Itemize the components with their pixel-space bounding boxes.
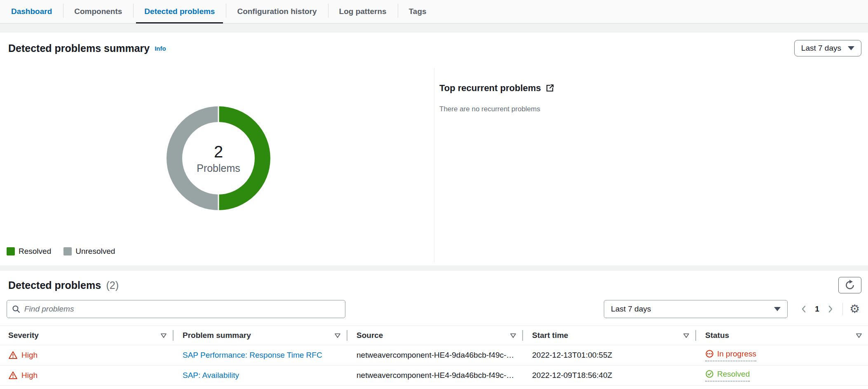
table-time-range-label: Last 7 days xyxy=(611,305,651,314)
unresolved-swatch-icon xyxy=(63,247,72,255)
column-header-start-time[interactable]: Start time xyxy=(522,326,695,345)
tab-log-patterns[interactable]: Log patterns xyxy=(328,0,398,23)
detected-problems-summary-panel: Detected problems summaryInfo Last 7 day… xyxy=(0,33,868,265)
source-cell: netweavercomponent-HE4-9da46bcb-f49c-… xyxy=(347,345,522,366)
donut-svg xyxy=(161,101,276,216)
column-label: Start time xyxy=(532,331,568,340)
severity-label: High xyxy=(21,351,38,360)
legend-resolved-label: Resolved xyxy=(19,247,51,256)
problems-donut-chart: 2 Problems xyxy=(161,101,276,216)
pagination-page-1[interactable]: 1 xyxy=(811,305,823,314)
problem-summary-link[interactable]: SAP Performance: Response Time RFC xyxy=(183,351,322,359)
legend-item-resolved[interactable]: Resolved xyxy=(7,247,51,256)
refresh-button[interactable] xyxy=(838,277,861,293)
tab-bar: Dashboard Components Detected problems C… xyxy=(0,0,868,23)
pagination-prev-button[interactable] xyxy=(797,305,811,314)
find-problems-search[interactable] xyxy=(7,300,345,318)
tab-dashboard[interactable]: Dashboard xyxy=(0,0,63,23)
column-label: Status xyxy=(705,331,729,340)
severity-label: High xyxy=(21,371,38,380)
in-progress-icon xyxy=(705,349,714,358)
table-row: High SAP Performance: Response Time RFC … xyxy=(0,345,868,366)
filter-icon[interactable] xyxy=(510,333,516,338)
top-recurrent-problems-section: Top recurrent problems There are no recu… xyxy=(439,83,554,113)
top-recurrent-problems-title: Top recurrent problems xyxy=(439,83,541,94)
warning-triangle-icon xyxy=(8,351,18,360)
column-header-status[interactable]: Status xyxy=(695,326,868,345)
tab-detected-problems[interactable]: Detected problems xyxy=(133,0,226,23)
legend-item-unresolved[interactable]: Unresolved xyxy=(63,247,115,256)
problems-count: (2) xyxy=(106,279,119,291)
filter-icon[interactable] xyxy=(334,333,341,338)
warning-triangle-icon xyxy=(8,371,18,380)
problems-table: Severity Problem summary Source xyxy=(0,326,868,386)
resolved-check-icon xyxy=(705,370,714,378)
problems-title: Detected problems xyxy=(8,279,101,291)
toolbar-divider xyxy=(842,303,843,315)
info-link[interactable]: Info xyxy=(155,45,166,52)
filter-icon[interactable] xyxy=(160,333,167,338)
status-label: Resolved xyxy=(717,370,750,379)
column-header-problem-summary[interactable]: Problem summary xyxy=(173,326,347,345)
problems-toolbar: Last 7 days 1 ⚙ xyxy=(0,293,868,318)
column-header-severity[interactable]: Severity xyxy=(0,326,173,345)
no-recurrent-problems-message: There are no recurrent problems xyxy=(439,105,554,113)
pagination-next-button[interactable] xyxy=(823,305,838,314)
table-header-row: Severity Problem summary Source xyxy=(0,326,868,345)
start-time-cell: 2022-12-09T18:56:40Z xyxy=(522,366,695,386)
external-link-icon xyxy=(545,84,554,93)
tab-tags[interactable]: Tags xyxy=(398,0,438,23)
problem-summary-link[interactable]: SAP: Availability xyxy=(183,371,239,380)
donut-segment-unresolved xyxy=(174,114,218,202)
table-time-range-select[interactable]: Last 7 days xyxy=(604,300,788,318)
severity-cell: High xyxy=(8,371,167,380)
status-label: In progress xyxy=(717,349,756,359)
status-badge-in-progress[interactable]: In progress xyxy=(705,349,756,361)
column-label: Problem summary xyxy=(183,331,251,340)
filter-icon[interactable] xyxy=(683,333,690,338)
resolved-swatch-icon xyxy=(7,247,15,255)
top-recurrent-problems-link[interactable]: Top recurrent problems xyxy=(439,83,554,94)
filter-icon[interactable] xyxy=(856,333,862,338)
tab-components[interactable]: Components xyxy=(63,0,133,23)
detected-problems-panel: Detected problems (2) Last 7 days xyxy=(0,271,868,389)
donut-segment-resolved xyxy=(218,114,263,202)
column-label: Severity xyxy=(8,331,39,340)
search-input[interactable] xyxy=(24,305,340,314)
table-settings-gear-icon[interactable]: ⚙ xyxy=(848,303,861,315)
tab-configuration-history[interactable]: Configuration history xyxy=(226,0,328,23)
table-row: High SAP: Availability netweavercomponen… xyxy=(0,366,868,386)
caret-down-icon xyxy=(848,46,854,50)
chevron-left-icon xyxy=(801,305,807,314)
search-icon xyxy=(12,305,20,313)
summary-title: Detected problems summary xyxy=(8,42,150,54)
severity-cell: High xyxy=(8,351,167,360)
source-cell: netweavercomponent-HE4-9da46bcb-f49c-… xyxy=(347,366,522,386)
chevron-right-icon xyxy=(828,305,833,314)
caret-down-icon xyxy=(774,307,781,311)
start-time-cell: 2022-12-13T01:00:55Z xyxy=(522,345,695,366)
refresh-icon xyxy=(845,280,855,291)
status-badge-resolved[interactable]: Resolved xyxy=(705,370,750,382)
column-label: Source xyxy=(357,331,383,340)
column-header-source[interactable]: Source xyxy=(347,326,522,345)
donut-legend: Resolved Unresolved xyxy=(7,247,115,256)
summary-vertical-divider xyxy=(434,68,434,262)
summary-time-range-label: Last 7 days xyxy=(801,44,841,53)
legend-unresolved-label: Unresolved xyxy=(75,247,115,256)
summary-time-range-button[interactable]: Last 7 days xyxy=(794,40,861,56)
